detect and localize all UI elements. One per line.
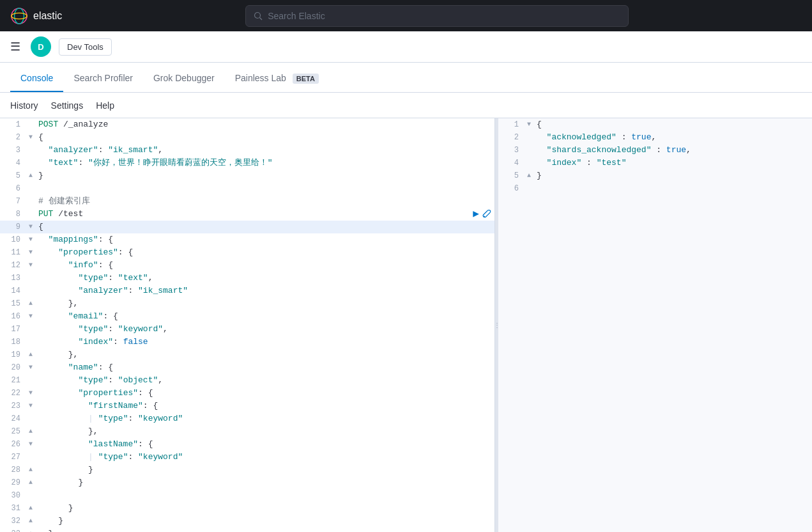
toolbar: History Settings Help: [0, 93, 812, 118]
line-number: 11: [0, 246, 26, 259]
fold-gutter[interactable]: ▼: [26, 246, 36, 259]
code-content: "analyzer": "ik_smart": [36, 285, 494, 297]
output-content: {: [534, 118, 812, 131]
editor-line-29: 29▲ }: [0, 476, 494, 489]
editor-line-21: 21 "type": "object",: [0, 374, 494, 387]
line-number: 17: [0, 323, 26, 336]
tab-grok-debugger[interactable]: Grok Debugger: [143, 65, 225, 92]
fold-gutter[interactable]: ▼: [26, 259, 36, 272]
fold-gutter[interactable]: ▼: [26, 233, 36, 246]
dev-tools-button[interactable]: Dev Tools: [59, 38, 112, 56]
output-line-1: 1▼{: [498, 118, 812, 131]
main-content: 1POST /_analyze2▼{3 "analyzer": "ik_smar…: [0, 118, 812, 532]
code-content: | "type": "keyword": [36, 412, 494, 425]
code-content: # 创建索引库: [36, 195, 494, 208]
hamburger-button[interactable]: ☰: [8, 37, 23, 56]
tab-search-profiler[interactable]: Search Profiler: [63, 65, 143, 92]
editor-line-15: 15▲ },: [0, 297, 494, 310]
code-content: "index": false: [36, 336, 494, 348]
fold-gutter[interactable]: ▲: [26, 464, 36, 476]
elastic-text: elastic: [33, 10, 62, 22]
editor-line-23: 23▼ "firstName": {: [0, 400, 494, 412]
user-avatar[interactable]: D: [31, 36, 51, 57]
editor-line-33: 33▲ }: [0, 528, 494, 532]
editor-line-5: 5▲}: [0, 169, 494, 182]
settings-button[interactable]: Settings: [51, 98, 84, 113]
code-content: {: [36, 221, 494, 233]
elastic-logo-icon: [10, 7, 28, 25]
code-content: {: [36, 131, 494, 144]
line-number: 30: [0, 489, 26, 502]
fold-gutter[interactable]: ▲: [26, 169, 36, 182]
fold-gutter[interactable]: ▲: [26, 515, 36, 528]
line-number: 25: [0, 425, 26, 438]
line-number: 1: [0, 118, 26, 131]
fold-gutter[interactable]: ▲: [26, 425, 36, 438]
fold-gutter[interactable]: ▲: [26, 348, 36, 361]
editor-line-9: 9▼{: [0, 221, 494, 233]
fold-gutter[interactable]: ▼: [26, 310, 36, 323]
elastic-logo[interactable]: elastic: [10, 7, 62, 25]
fold-gutter[interactable]: ▼: [26, 361, 36, 374]
output-fold-gutter[interactable]: ▲: [524, 169, 534, 182]
history-button[interactable]: History: [10, 98, 38, 113]
wrench-button[interactable]: [482, 208, 492, 221]
editor-line-27: 27 | "type": "keyword": [0, 451, 494, 464]
fold-gutter[interactable]: ▼: [26, 438, 36, 451]
code-editor[interactable]: 1POST /_analyze2▼{3 "analyzer": "ik_smar…: [0, 118, 494, 532]
fold-gutter[interactable]: ▲: [26, 502, 36, 515]
fold-gutter[interactable]: ▼: [26, 221, 36, 233]
line-number: 22: [0, 387, 26, 400]
output-area: 1▼{2 "acknowledged" : true,3 "shards_ack…: [498, 118, 812, 532]
code-content: "properties": {: [36, 387, 494, 400]
editor-line-4: 4 "text": "你好，世界！睁开眼睛看蔚蓝的天空，奥里给！": [0, 157, 494, 169]
line-number: 19: [0, 348, 26, 361]
editor-line-7: 7# 创建索引库: [0, 195, 494, 208]
output-line-number: 3: [498, 144, 524, 157]
output-line-number: 5: [498, 169, 524, 182]
run-button[interactable]: ▶: [473, 208, 479, 221]
fold-gutter[interactable]: ▲: [26, 476, 36, 489]
line-number: 27: [0, 451, 26, 464]
fold-gutter[interactable]: ▼: [26, 387, 36, 400]
editor-panel[interactable]: 1POST /_analyze2▼{3 "analyzer": "ik_smar…: [0, 118, 495, 532]
editor-line-11: 11▼ "properties": {: [0, 246, 494, 259]
editor-line-10: 10▼ "mappings": {: [0, 233, 494, 246]
output-line-2: 2 "acknowledged" : true,: [498, 131, 812, 144]
line-number: 26: [0, 438, 26, 451]
line-actions: ▶: [473, 208, 494, 221]
svg-point-2: [11, 13, 27, 19]
line-number: 16: [0, 310, 26, 323]
second-navbar: ☰ D Dev Tools: [0, 31, 812, 63]
editor-line-28: 28▲ }: [0, 464, 494, 476]
line-number: 24: [0, 412, 26, 425]
editor-line-24: 24 | "type": "keyword": [0, 412, 494, 425]
fold-gutter[interactable]: ▼: [26, 400, 36, 412]
fold-gutter[interactable]: ▲: [26, 528, 36, 532]
help-button[interactable]: Help: [96, 98, 114, 113]
tab-painless-lab[interactable]: Painless Lab BETA: [225, 65, 329, 92]
code-content: },: [36, 348, 494, 361]
code-content: }: [36, 169, 494, 182]
search-placeholder: Search Elastic: [268, 11, 325, 21]
tab-console[interactable]: Console: [10, 65, 63, 92]
tab-bar: Console Search Profiler Grok Debugger Pa…: [0, 63, 812, 93]
fold-gutter[interactable]: ▼: [26, 131, 36, 144]
output-fold-gutter[interactable]: ▼: [524, 118, 534, 131]
editor-line-31: 31▲ }: [0, 502, 494, 515]
output-content: "shards_acknowledged" : true,: [534, 144, 812, 157]
line-number: 32: [0, 515, 26, 528]
line-number: 20: [0, 361, 26, 374]
editor-line-20: 20▼ "name": {: [0, 361, 494, 374]
search-icon: [254, 12, 263, 20]
line-number: 14: [0, 285, 26, 297]
fold-gutter[interactable]: ▲: [26, 297, 36, 310]
editor-line-17: 17 "type": "keyword",: [0, 323, 494, 336]
global-search-bar[interactable]: Search Elastic: [245, 5, 629, 27]
output-content: "acknowledged" : true,: [534, 131, 812, 144]
top-navbar: elastic Search Elastic: [0, 0, 812, 31]
code-content: "text": "你好，世界！睁开眼睛看蔚蓝的天空，奥里给！": [36, 157, 494, 169]
output-line-number: 4: [498, 157, 524, 169]
svg-point-0: [11, 8, 27, 23]
output-line-number: 1: [498, 118, 524, 131]
